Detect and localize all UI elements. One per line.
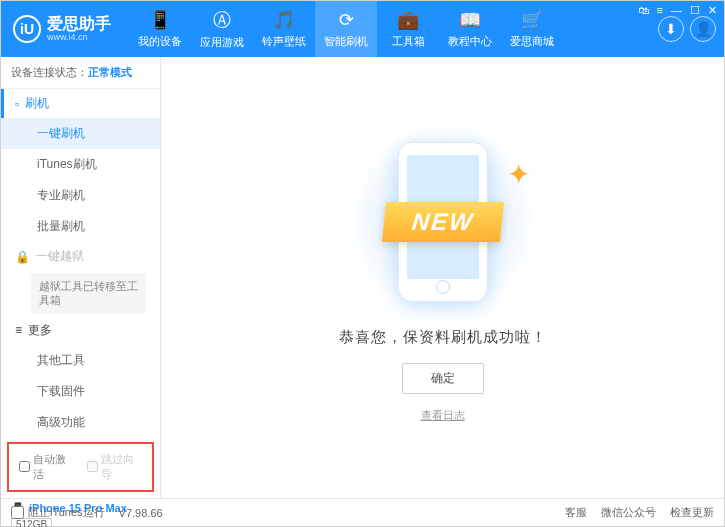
nav-label: 智能刷机 — [324, 34, 368, 49]
store-icon: 🛒 — [521, 9, 543, 31]
nav-apps[interactable]: Ⓐ应用游戏 — [191, 1, 253, 57]
music-icon: 🎵 — [273, 9, 295, 31]
auto-activate-checkbox[interactable]: 自动激活 — [19, 452, 75, 482]
sidebar-item-one-click-flash[interactable]: 一键刷机 — [1, 118, 160, 149]
menu-icon: ≡ — [15, 323, 22, 337]
phone-icon: ▫ — [15, 97, 19, 111]
book-icon: 📖 — [459, 9, 481, 31]
new-banner: NEW — [381, 202, 503, 242]
block-itunes-checkbox[interactable]: 阻止iTunes运行 — [11, 505, 105, 520]
nav-my-device[interactable]: 📱我的设备 — [129, 1, 191, 57]
sidebar: 设备连接状态：正常模式 ▫ 刷机 一键刷机 iTunes刷机 专业刷机 批量刷机… — [1, 57, 161, 498]
nav-label: 我的设备 — [138, 34, 182, 49]
maximize-icon[interactable]: ☐ — [690, 4, 700, 17]
nav-label: 工具箱 — [392, 34, 425, 49]
shopping-cart-icon[interactable]: 🛍 — [638, 4, 649, 17]
footer: 阻止iTunes运行 V7.98.66 客服 微信公众号 检查更新 — [1, 498, 724, 526]
skip-setup-checkbox[interactable]: 跳过向导 — [87, 452, 143, 482]
checkbox-label: 跳过向导 — [101, 452, 143, 482]
jailbreak-moved-note: 越狱工具已转移至工具箱 — [31, 273, 146, 314]
sidebar-jailbreak-header: 🔒 一键越狱 — [1, 242, 160, 271]
lock-icon: 🔒 — [15, 250, 30, 264]
checkbox-label: 阻止iTunes运行 — [28, 505, 105, 520]
device-icon: 📱 — [149, 9, 171, 31]
view-log-link[interactable]: 查看日志 — [421, 408, 465, 423]
ok-button[interactable]: 确定 — [402, 363, 484, 394]
nav-label: 教程中心 — [448, 34, 492, 49]
sidebar-header-label: 一键越狱 — [36, 248, 84, 265]
close-icon[interactable]: ✕ — [708, 4, 717, 17]
sidebar-flash-header[interactable]: ▫ 刷机 — [1, 89, 160, 118]
options-highlight-box: 自动激活 跳过向导 — [7, 442, 154, 492]
flash-icon: ⟳ — [339, 9, 354, 31]
connection-status: 设备连接状态：正常模式 — [1, 57, 160, 89]
nav-tutorials[interactable]: 📖教程中心 — [439, 1, 501, 57]
user-button[interactable]: 👤 — [690, 16, 716, 42]
logo-icon: iU — [13, 15, 41, 43]
nav-smart-flash[interactable]: ⟳智能刷机 — [315, 1, 377, 57]
logo: iU 爱思助手 www.i4.cn — [13, 15, 111, 43]
nav-store[interactable]: 🛒爱思商城 — [501, 1, 563, 57]
nav-toolbox[interactable]: 💼工具箱 — [377, 1, 439, 57]
nav-label: 铃声壁纸 — [262, 34, 306, 49]
status-mode: 正常模式 — [88, 66, 132, 78]
checkbox-label: 自动激活 — [33, 452, 75, 482]
app-name: 爱思助手 — [47, 16, 111, 32]
footer-link-update[interactable]: 检查更新 — [670, 505, 714, 520]
apps-icon: Ⓐ — [213, 8, 231, 32]
nav-ringtones[interactable]: 🎵铃声壁纸 — [253, 1, 315, 57]
sidebar-item-batch-flash[interactable]: 批量刷机 — [1, 211, 160, 242]
footer-link-support[interactable]: 客服 — [565, 505, 587, 520]
sidebar-item-download-firmware[interactable]: 下载固件 — [1, 376, 160, 407]
version-label: V7.98.66 — [119, 507, 163, 519]
sidebar-item-other-tools[interactable]: 其他工具 — [1, 345, 160, 376]
website: www.i4.cn — [47, 32, 111, 42]
minimize-icon[interactable]: — — [671, 4, 682, 17]
menu-icon[interactable]: ≡ — [657, 4, 663, 17]
success-message: 恭喜您，保资料刷机成功啦！ — [339, 328, 547, 347]
sidebar-item-itunes-flash[interactable]: iTunes刷机 — [1, 149, 160, 180]
sidebar-more-header[interactable]: ≡ 更多 — [1, 316, 160, 345]
main-content: NEW ✦ 恭喜您，保资料刷机成功啦！ 确定 查看日志 — [161, 57, 724, 498]
sidebar-header-label: 刷机 — [25, 95, 49, 112]
sidebar-header-label: 更多 — [28, 322, 52, 339]
toolbox-icon: 💼 — [397, 9, 419, 31]
sparkle-icon: ✦ — [507, 158, 530, 191]
sidebar-item-pro-flash[interactable]: 专业刷机 — [1, 180, 160, 211]
status-label: 设备连接状态： — [11, 66, 88, 78]
header: iU 爱思助手 www.i4.cn 📱我的设备 Ⓐ应用游戏 🎵铃声壁纸 ⟳智能刷… — [1, 1, 724, 57]
footer-link-wechat[interactable]: 微信公众号 — [601, 505, 656, 520]
nav-label: 应用游戏 — [200, 35, 244, 50]
download-button[interactable]: ⬇ — [658, 16, 684, 42]
sidebar-item-advanced[interactable]: 高级功能 — [1, 407, 160, 438]
success-illustration: NEW ✦ — [338, 132, 548, 312]
top-nav: 📱我的设备 Ⓐ应用游戏 🎵铃声壁纸 ⟳智能刷机 💼工具箱 📖教程中心 🛒爱思商城 — [129, 1, 563, 57]
nav-label: 爱思商城 — [510, 34, 554, 49]
